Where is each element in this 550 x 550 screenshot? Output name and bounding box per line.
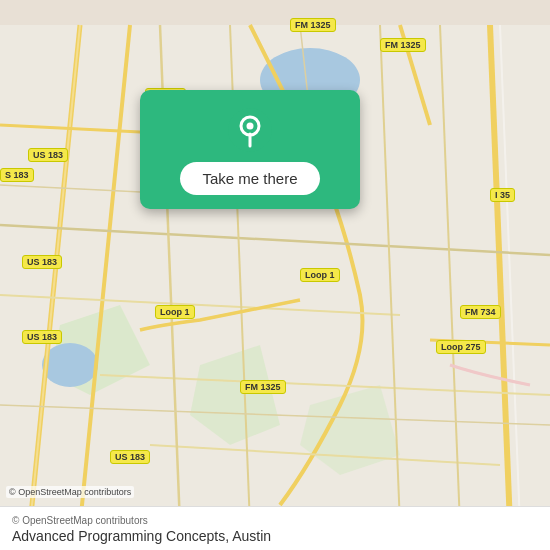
location-pin-icon: [228, 108, 272, 152]
bottom-bar: © OpenStreetMap contributors Advanced Pr…: [0, 506, 550, 550]
svg-point-6: [42, 343, 98, 387]
road-label-i35: I 35: [490, 188, 515, 202]
osm-attribution: © OpenStreetMap contributors: [6, 486, 134, 498]
road-label-fm734-right: FM 734: [460, 305, 501, 319]
road-label-us183-left1: US 183: [28, 148, 68, 162]
road-label-us183-left2: US 183: [22, 255, 62, 269]
map-container: FM 1325FM 1325FM 734US 183US 183US 183US…: [0, 0, 550, 550]
road-label-us183-left3: US 183: [22, 330, 62, 344]
location-title: Advanced Programming Concepts, Austin: [12, 528, 538, 544]
road-label-fm1325-top-left: FM 1325: [290, 18, 336, 32]
attribution-text: © OpenStreetMap contributors: [12, 515, 538, 526]
location-popup: Take me there: [140, 90, 360, 209]
svg-point-29: [247, 123, 254, 130]
road-label-s183: S 183: [0, 168, 34, 182]
road-label-loop1-left: Loop 1: [155, 305, 195, 319]
road-label-fm1325-top-right: FM 1325: [380, 38, 426, 52]
map-roads: [0, 0, 550, 550]
road-label-fm1325-bottom: FM 1325: [240, 380, 286, 394]
road-label-us183-bottom: US 183: [110, 450, 150, 464]
take-me-there-button[interactable]: Take me there: [180, 162, 319, 195]
road-label-loop1-right: Loop 1: [300, 268, 340, 282]
road-label-loop275: Loop 275: [436, 340, 486, 354]
